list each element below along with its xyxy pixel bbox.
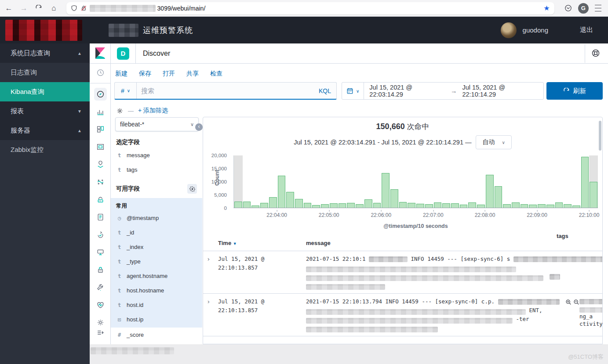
menu-link[interactable]: 检查 <box>210 70 222 78</box>
account-avatar-letter[interactable]: G <box>578 3 589 14</box>
collapse-nav-icon[interactable] <box>90 324 111 341</box>
recent-items-icon[interactable] <box>90 64 111 81</box>
menu-link[interactable]: 新建 <box>115 70 127 78</box>
histogram-bar[interactable] <box>442 155 451 208</box>
histogram-bar[interactable] <box>269 155 277 208</box>
expand-row-icon[interactable]: › <box>207 255 218 290</box>
histogram-bar[interactable] <box>451 155 459 208</box>
sidebar-item[interactable]: 系统日志查询 ▲ <box>0 43 90 63</box>
histogram-bar[interactable] <box>477 155 485 208</box>
histogram-bar[interactable] <box>468 155 477 208</box>
column-time[interactable]: Time ▼ <box>218 240 306 246</box>
field-item[interactable]: t tags <box>111 162 202 177</box>
histogram-bar[interactable] <box>581 155 590 208</box>
kibana-logo[interactable] <box>90 43 110 64</box>
histogram-bar[interactable] <box>338 155 347 208</box>
column-tags[interactable]: tags <box>557 233 599 239</box>
histogram-bar[interactable] <box>425 155 433 208</box>
histogram-bar[interactable] <box>260 155 269 208</box>
histogram-bar[interactable] <box>416 155 425 208</box>
security-lock-icon[interactable] <box>90 261 111 278</box>
sort-down-icon[interactable]: ▼ <box>233 241 237 246</box>
maps-icon[interactable] <box>90 155 111 173</box>
column-message[interactable]: message <box>306 240 557 246</box>
collapse-fields-button[interactable]: ‹ <box>195 123 203 131</box>
histogram-bar[interactable] <box>555 155 564 208</box>
index-pattern-select[interactable]: filebeat-* ∨ ‹ <box>115 117 199 131</box>
browser-reload-icon[interactable] <box>33 2 45 14</box>
sidebar-item[interactable]: 日志查询 <box>0 63 90 82</box>
histogram-bar[interactable] <box>295 155 303 208</box>
histogram-bar[interactable] <box>589 155 598 208</box>
histogram-bar[interactable] <box>528 155 537 208</box>
histogram-bar[interactable] <box>277 155 286 208</box>
histogram-bar[interactable] <box>502 155 511 208</box>
field-item[interactable]: # _score <box>111 328 202 342</box>
bookmark-star-icon[interactable]: ★ <box>543 4 550 12</box>
histogram-bar[interactable] <box>572 155 581 208</box>
discover-icon[interactable] <box>90 85 111 103</box>
histogram-bar[interactable] <box>511 155 520 208</box>
browser-home-icon[interactable]: ⌂ <box>47 2 60 14</box>
canvas-icon[interactable] <box>90 138 111 155</box>
field-item[interactable]: t host.id <box>111 298 202 312</box>
histogram-bar[interactable] <box>399 155 408 208</box>
logs-icon[interactable] <box>90 208 111 226</box>
saved-query-button[interactable]: # ∨ <box>115 83 137 99</box>
field-item[interactable]: t message <box>111 148 202 162</box>
histogram-bar[interactable] <box>364 155 373 208</box>
field-item[interactable]: t _index <box>111 240 202 254</box>
sidebar-item[interactable]: Zabbix监控 <box>0 140 90 159</box>
browser-back-icon[interactable]: ← <box>3 2 15 14</box>
expand-row-icon[interactable]: › <box>207 297 218 332</box>
filter-settings-gear-icon[interactable] <box>116 107 124 115</box>
browser-account-avatar[interactable]: G <box>577 2 590 14</box>
menu-link[interactable]: 保存 <box>139 70 151 78</box>
histogram-bar[interactable] <box>546 155 555 208</box>
query-language-button[interactable]: KQL <box>313 87 336 94</box>
histogram-bar[interactable] <box>243 155 251 208</box>
refresh-button[interactable]: 刷新 <box>546 82 603 100</box>
histogram-bar[interactable] <box>286 155 295 208</box>
filter-for-value-icon[interactable] <box>565 299 572 305</box>
histogram-bar[interactable] <box>520 155 529 208</box>
discover-app-badge[interactable]: D <box>117 47 129 60</box>
histogram-bar[interactable] <box>346 155 355 208</box>
shield-icon[interactable] <box>71 5 77 11</box>
pocket-icon[interactable] <box>562 2 575 14</box>
sidebar-item[interactable]: Kibana查询 <box>0 82 90 101</box>
filter-out-value-icon[interactable] <box>573 299 579 305</box>
field-item[interactable]: ⊡ host.ip <box>111 312 202 327</box>
histogram-bar[interactable] <box>320 155 329 208</box>
dev-tools-wrench-icon[interactable] <box>90 278 111 296</box>
help-icon[interactable] <box>591 49 600 58</box>
logout-button[interactable]: 退出 <box>580 26 593 34</box>
menu-link[interactable]: 打开 <box>163 70 175 78</box>
histogram-bar[interactable] <box>459 155 468 208</box>
user-avatar[interactable] <box>501 22 517 38</box>
stack-monitoring-icon[interactable] <box>90 296 111 314</box>
machine-learning-icon[interactable] <box>90 173 111 191</box>
browser-url-bar[interactable]: 3099/webui/main/ ★ <box>66 2 554 14</box>
histogram-bar[interactable] <box>234 155 243 208</box>
histogram-bar[interactable] <box>312 155 320 208</box>
histogram-bar[interactable] <box>563 155 572 208</box>
infrastructure-icon[interactable] <box>90 191 111 208</box>
histogram-bar[interactable] <box>390 155 399 208</box>
field-item[interactable]: t _type <box>111 254 202 269</box>
histogram-bar[interactable] <box>381 155 390 208</box>
histogram-plot[interactable] <box>233 155 598 208</box>
histogram-bar[interactable] <box>494 155 503 208</box>
histogram-bar[interactable] <box>373 155 382 208</box>
date-quick-select-button[interactable]: ∨ <box>342 83 364 99</box>
dashboard-icon[interactable] <box>90 120 111 138</box>
scrollbar-thumb[interactable] <box>599 121 601 151</box>
field-item[interactable]: t agent.hostname <box>111 269 202 283</box>
search-input[interactable] <box>137 87 313 94</box>
menu-link[interactable]: 共享 <box>186 70 199 78</box>
histogram-bar[interactable] <box>303 155 312 208</box>
histogram-bar[interactable] <box>485 155 494 208</box>
field-item[interactable]: t _id <box>111 225 202 240</box>
sidebar-item[interactable]: 报表 ▼ <box>0 101 90 121</box>
histogram-bar[interactable] <box>355 155 364 208</box>
